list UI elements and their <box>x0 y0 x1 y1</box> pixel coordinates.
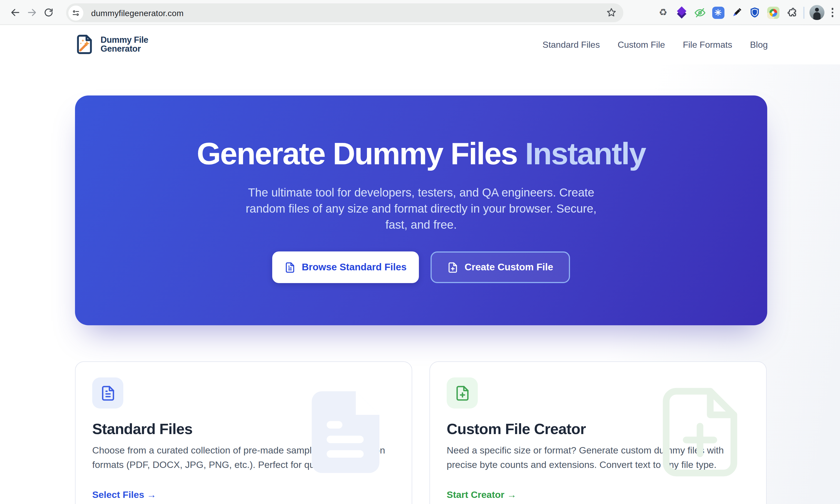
forward-button[interactable] <box>23 4 40 20</box>
browser-window: dummyfilegenerator.com ♻ <box>0 0 840 504</box>
toolbar-separator <box>803 6 804 19</box>
profile-avatar[interactable] <box>809 5 824 20</box>
layers-extension-icon[interactable] <box>675 6 688 19</box>
reload-icon <box>43 7 54 17</box>
color-picker-extension-icon[interactable] <box>730 6 743 19</box>
browse-standard-files-button[interactable]: Browse Standard Files <box>272 251 419 283</box>
nav-custom-file[interactable]: Custom File <box>617 40 665 50</box>
hero-buttons: Browse Standard Files Create Custom File <box>75 251 767 283</box>
standard-files-card: Standard Files Choose from a curated col… <box>75 361 412 504</box>
snowflake-extension-icon[interactable] <box>712 6 725 19</box>
hero-section: Generate Dummy Files Instantly The ultim… <box>75 95 767 325</box>
reload-button[interactable] <box>40 4 57 20</box>
file-text-icon <box>100 385 116 401</box>
shield-extension-icon[interactable] <box>748 6 761 19</box>
standard-files-title: Standard Files <box>92 421 395 438</box>
brand-logo-icon <box>73 33 96 55</box>
site-settings-icon <box>72 8 80 17</box>
hero-subtitle: The ultimate tool for developers, tester… <box>237 184 605 233</box>
recycle-extension-icon[interactable]: ♻ <box>656 6 670 19</box>
extensions-row: ♻ <box>656 0 836 25</box>
start-creator-link[interactable]: Start Creator → <box>447 490 516 501</box>
browser-toolbar: dummyfilegenerator.com ♻ <box>0 0 840 25</box>
nav-standard-files[interactable]: Standard Files <box>543 40 600 50</box>
hero-title-accent: Instantly <box>525 136 646 171</box>
url-text[interactable]: dummyfilegenerator.com <box>91 8 184 17</box>
nav-blog[interactable]: Blog <box>750 40 768 50</box>
forward-icon <box>27 7 37 17</box>
bookmark-button[interactable] <box>606 7 617 20</box>
address-bar[interactable]: dummyfilegenerator.com <box>66 3 623 22</box>
extensions-puzzle-icon[interactable] <box>785 6 798 19</box>
site-header: Dummy File Generator Standard Files Cust… <box>0 25 840 65</box>
standard-files-icon-tile <box>92 377 123 409</box>
custom-file-icon-tile <box>447 377 478 409</box>
standard-files-description: Choose from a curated collection of pre-… <box>92 444 395 472</box>
file-plus-icon <box>447 262 459 273</box>
feature-cards: Standard Files Choose from a curated col… <box>75 361 767 504</box>
brand-line2: Generator <box>101 44 148 53</box>
hero-title: Generate Dummy Files Instantly <box>75 137 767 171</box>
browser-menu-button[interactable] <box>829 8 836 17</box>
bookmark-star-icon <box>606 7 617 18</box>
brand-logo[interactable]: Dummy File Generator <box>73 33 148 55</box>
maps-extension-icon[interactable] <box>766 6 780 19</box>
site-settings-button[interactable] <box>68 5 83 20</box>
custom-file-creator-description: Need a specific size or format? Generate… <box>447 444 750 472</box>
brand-line1: Dummy File <box>101 36 148 44</box>
file-text-icon <box>285 262 295 273</box>
custom-file-creator-card: Custom File Creator Need a specific size… <box>429 361 767 504</box>
custom-file-creator-title: Custom File Creator <box>447 421 750 438</box>
create-custom-file-button[interactable]: Create Custom File <box>431 251 570 283</box>
privacy-eye-extension-icon[interactable] <box>693 6 706 19</box>
back-icon <box>10 7 20 17</box>
select-files-link[interactable]: Select Files → <box>92 490 156 501</box>
back-button[interactable] <box>7 4 23 20</box>
nav-file-formats[interactable]: File Formats <box>683 40 732 50</box>
file-plus-icon <box>454 385 470 401</box>
main-nav: Standard Files Custom File File Formats … <box>543 25 768 65</box>
